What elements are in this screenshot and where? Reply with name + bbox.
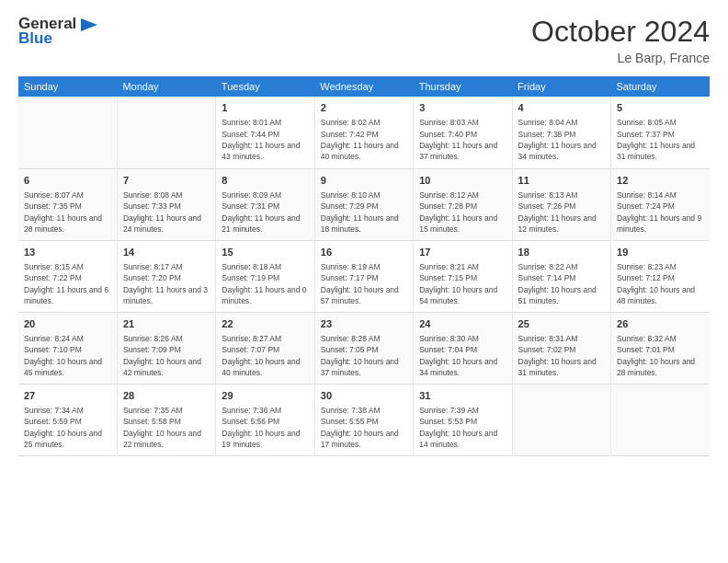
day-info: Sunrise: 7:34 AMSunset: 5:59 PMDaylight:… (24, 405, 111, 450)
calendar-cell: 18Sunrise: 8:22 AMSunset: 7:14 PMDayligh… (512, 240, 610, 312)
day-info: Sunrise: 8:22 AMSunset: 7:14 PMDaylight:… (518, 261, 605, 306)
logo-blue-text: Blue (18, 29, 52, 48)
day-info: Sunrise: 8:07 AMSunset: 7:35 PMDaylight:… (24, 190, 111, 235)
calendar-table: Sunday Monday Tuesday Wednesday Thursday… (18, 76, 710, 456)
day-number: 12 (617, 174, 704, 188)
calendar-cell (18, 97, 117, 168)
calendar-cell: 29Sunrise: 7:36 AMSunset: 5:56 PMDayligh… (216, 384, 314, 455)
day-info: Sunrise: 8:31 AMSunset: 7:02 PMDaylight:… (518, 333, 605, 378)
calendar-cell: 7Sunrise: 8:08 AMSunset: 7:33 PMDaylight… (117, 168, 215, 240)
calendar-cell (512, 384, 610, 455)
day-info: Sunrise: 8:13 AMSunset: 7:26 PMDaylight:… (518, 190, 605, 235)
logo: General Blue (18, 15, 99, 48)
day-info: Sunrise: 8:21 AMSunset: 7:15 PMDaylight:… (419, 261, 506, 306)
day-info: Sunrise: 7:36 AMSunset: 5:56 PMDaylight:… (222, 405, 308, 450)
day-number: 13 (24, 246, 111, 259)
day-number: 30 (321, 389, 407, 403)
day-info: Sunrise: 8:01 AMSunset: 7:44 PMDaylight:… (222, 117, 308, 162)
day-number: 11 (518, 174, 605, 188)
day-number: 6 (24, 174, 111, 188)
day-number: 16 (321, 246, 407, 259)
day-info: Sunrise: 8:02 AMSunset: 7:42 PMDaylight:… (321, 117, 407, 162)
calendar-cell: 30Sunrise: 7:38 AMSunset: 5:55 PMDayligh… (314, 384, 413, 455)
col-tuesday: Tuesday (216, 76, 314, 97)
day-number: 25 (518, 317, 605, 331)
calendar-row: 13Sunrise: 8:15 AMSunset: 7:22 PMDayligh… (18, 240, 710, 312)
day-number: 17 (419, 246, 506, 259)
day-info: Sunrise: 8:14 AMSunset: 7:24 PMDaylight:… (617, 190, 704, 235)
calendar-row: 20Sunrise: 8:24 AMSunset: 7:10 PMDayligh… (18, 312, 710, 384)
day-info: Sunrise: 8:15 AMSunset: 7:22 PMDaylight:… (24, 261, 111, 306)
calendar-cell: 1Sunrise: 8:01 AMSunset: 7:44 PMDaylight… (216, 97, 314, 168)
day-info: Sunrise: 8:27 AMSunset: 7:07 PMDaylight:… (222, 333, 308, 378)
day-number: 23 (321, 317, 407, 331)
day-number: 28 (123, 389, 210, 403)
day-number: 24 (419, 317, 506, 331)
day-number: 31 (419, 389, 506, 403)
title-section: October 2024 Le Barp, France (531, 15, 710, 65)
day-number: 26 (617, 317, 704, 331)
calendar-cell: 31Sunrise: 7:39 AMSunset: 5:53 PMDayligh… (414, 384, 512, 455)
day-number: 20 (24, 317, 111, 331)
month-title: October 2024 (531, 15, 710, 49)
calendar-body: 1Sunrise: 8:01 AMSunset: 7:44 PMDaylight… (18, 97, 710, 455)
calendar-cell: 5Sunrise: 8:05 AMSunset: 7:37 PMDaylight… (611, 97, 710, 168)
col-wednesday: Wednesday (314, 76, 413, 97)
day-number: 21 (123, 317, 210, 331)
day-number: 18 (518, 246, 605, 259)
calendar-row: 6Sunrise: 8:07 AMSunset: 7:35 PMDaylight… (18, 168, 710, 240)
calendar-cell: 2Sunrise: 8:02 AMSunset: 7:42 PMDaylight… (314, 97, 413, 168)
calendar-cell: 17Sunrise: 8:21 AMSunset: 7:15 PMDayligh… (414, 240, 512, 312)
day-info: Sunrise: 8:10 AMSunset: 7:29 PMDaylight:… (321, 190, 407, 235)
calendar-cell: 12Sunrise: 8:14 AMSunset: 7:24 PMDayligh… (611, 168, 710, 240)
calendar-cell: 13Sunrise: 8:15 AMSunset: 7:22 PMDayligh… (18, 240, 117, 312)
day-number: 1 (222, 101, 308, 115)
day-info: Sunrise: 8:03 AMSunset: 7:40 PMDaylight:… (419, 117, 506, 162)
day-number: 3 (419, 101, 506, 115)
col-monday: Monday (117, 76, 215, 97)
day-number: 22 (222, 317, 308, 331)
day-info: Sunrise: 8:18 AMSunset: 7:19 PMDaylight:… (222, 261, 308, 306)
header: General Blue October 2024 Le Barp, Franc… (18, 15, 710, 65)
calendar-cell: 28Sunrise: 7:35 AMSunset: 5:58 PMDayligh… (117, 384, 215, 455)
calendar-cell: 23Sunrise: 8:28 AMSunset: 7:05 PMDayligh… (314, 312, 413, 384)
col-friday: Friday (512, 76, 610, 97)
day-info: Sunrise: 7:39 AMSunset: 5:53 PMDaylight:… (419, 405, 506, 450)
col-saturday: Saturday (611, 76, 710, 97)
calendar-row: 1Sunrise: 8:01 AMSunset: 7:44 PMDaylight… (18, 97, 710, 168)
calendar-cell: 20Sunrise: 8:24 AMSunset: 7:10 PMDayligh… (18, 312, 117, 384)
day-info: Sunrise: 8:12 AMSunset: 7:28 PMDaylight:… (419, 190, 506, 235)
calendar-cell: 8Sunrise: 8:09 AMSunset: 7:31 PMDaylight… (216, 168, 314, 240)
day-info: Sunrise: 7:38 AMSunset: 5:55 PMDaylight:… (321, 405, 407, 450)
calendar-cell: 11Sunrise: 8:13 AMSunset: 7:26 PMDayligh… (512, 168, 610, 240)
location: Le Barp, France (531, 51, 710, 65)
calendar-cell (117, 97, 215, 168)
day-info: Sunrise: 8:23 AMSunset: 7:12 PMDaylight:… (617, 261, 704, 306)
day-info: Sunrise: 7:35 AMSunset: 5:58 PMDaylight:… (123, 405, 210, 450)
calendar-cell: 21Sunrise: 8:26 AMSunset: 7:09 PMDayligh… (117, 312, 215, 384)
day-number: 8 (222, 174, 308, 188)
header-row: Sunday Monday Tuesday Wednesday Thursday… (18, 76, 710, 97)
day-number: 9 (321, 174, 407, 188)
calendar-cell: 16Sunrise: 8:19 AMSunset: 7:17 PMDayligh… (314, 240, 413, 312)
day-info: Sunrise: 8:19 AMSunset: 7:17 PMDaylight:… (321, 261, 407, 306)
calendar-cell: 19Sunrise: 8:23 AMSunset: 7:12 PMDayligh… (611, 240, 710, 312)
day-number: 2 (321, 101, 407, 115)
logo-flag-icon (79, 17, 99, 33)
day-info: Sunrise: 8:08 AMSunset: 7:33 PMDaylight:… (123, 190, 210, 235)
day-number: 5 (617, 101, 704, 115)
day-info: Sunrise: 8:26 AMSunset: 7:09 PMDaylight:… (123, 333, 210, 378)
day-info: Sunrise: 8:28 AMSunset: 7:05 PMDaylight:… (321, 333, 407, 378)
day-info: Sunrise: 8:04 AMSunset: 7:38 PMDaylight:… (518, 117, 605, 162)
calendar-cell: 15Sunrise: 8:18 AMSunset: 7:19 PMDayligh… (216, 240, 314, 312)
day-info: Sunrise: 8:32 AMSunset: 7:01 PMDaylight:… (617, 333, 704, 378)
calendar-cell: 26Sunrise: 8:32 AMSunset: 7:01 PMDayligh… (611, 312, 710, 384)
col-thursday: Thursday (414, 76, 512, 97)
day-number: 7 (123, 174, 210, 188)
svg-marker-0 (81, 18, 97, 31)
page: General Blue October 2024 Le Barp, Franc… (0, 0, 728, 563)
day-number: 27 (24, 389, 111, 403)
calendar-cell: 14Sunrise: 8:17 AMSunset: 7:20 PMDayligh… (117, 240, 215, 312)
calendar-cell: 24Sunrise: 8:30 AMSunset: 7:04 PMDayligh… (414, 312, 512, 384)
calendar-cell: 4Sunrise: 8:04 AMSunset: 7:38 PMDaylight… (512, 97, 610, 168)
